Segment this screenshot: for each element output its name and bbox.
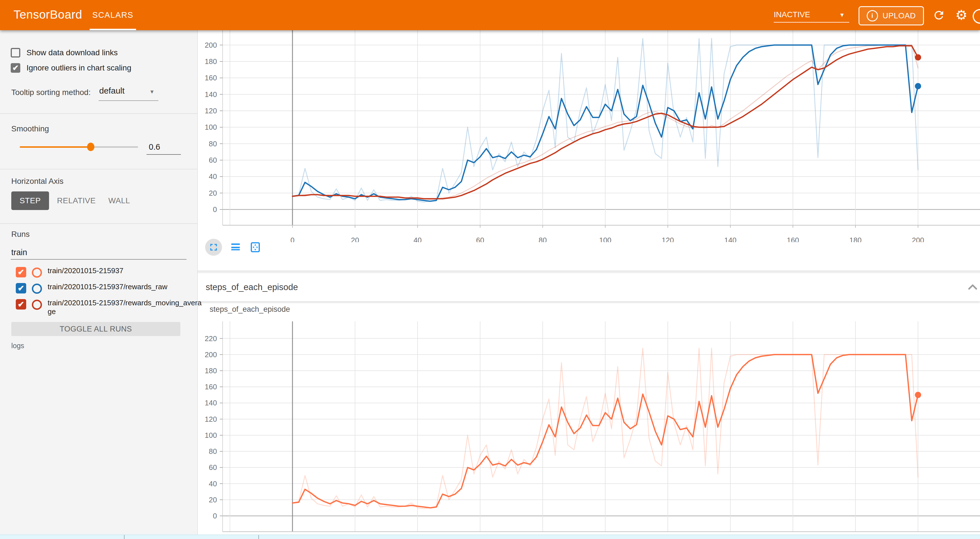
svg-text:160: 160 xyxy=(205,383,217,391)
upload-label: UPLOAD xyxy=(883,11,916,20)
svg-text:0: 0 xyxy=(213,205,217,214)
chevron-up-icon xyxy=(966,281,979,293)
svg-text:220: 220 xyxy=(205,334,217,343)
fit-domain-button[interactable] xyxy=(249,241,261,254)
fullscreen-icon xyxy=(208,242,219,253)
app-title: TensorBoard xyxy=(14,8,82,21)
app-header: TensorBoard SCALARS INACTIVE ▼ i UPLOAD … xyxy=(0,0,980,30)
svg-text:80: 80 xyxy=(209,140,217,148)
tooltip-sort-row: Tooltip sorting method: xyxy=(11,88,91,97)
svg-text:140: 140 xyxy=(205,399,217,407)
tooltip-sort-label: Tooltip sorting method: xyxy=(11,88,91,97)
smoothing-value-input[interactable]: 0.6 xyxy=(149,142,160,151)
run-row[interactable]: ✔ train/20201015-215937/rewards_moving_a… xyxy=(16,298,204,316)
run-checkbox[interactable]: ✔ xyxy=(16,283,26,293)
show-download-links-checkbox[interactable]: Show data download links xyxy=(11,48,118,57)
svg-text:60: 60 xyxy=(209,463,217,472)
svg-text:120: 120 xyxy=(205,415,217,423)
run-label: train/20201015-215937/rewards_raw xyxy=(48,282,204,291)
svg-text:120: 120 xyxy=(205,107,217,115)
show-download-links-label: Show data download links xyxy=(27,48,118,57)
runs-filter-underline xyxy=(11,259,186,260)
run-checkbox[interactable]: ✔ xyxy=(16,299,26,309)
tooltip-sort-dropdown[interactable]: default ▼ xyxy=(99,86,124,96)
svg-text:80: 80 xyxy=(539,236,547,242)
svg-text:40: 40 xyxy=(209,172,217,181)
svg-text:40: 40 xyxy=(209,480,217,488)
svg-text:200: 200 xyxy=(205,41,217,49)
haxis-step-button[interactable]: STEP xyxy=(11,191,49,210)
svg-text:0: 0 xyxy=(213,512,217,520)
divider xyxy=(0,169,197,169)
svg-text:140: 140 xyxy=(724,236,736,242)
help-icon[interactable] xyxy=(973,9,980,24)
divider xyxy=(0,223,197,224)
tooltip-sort-value: default xyxy=(99,86,124,95)
svg-text:60: 60 xyxy=(209,156,217,164)
run-row[interactable]: ✔ train/20201015-215937 xyxy=(16,266,204,277)
svg-text:160: 160 xyxy=(787,236,799,242)
svg-text:100: 100 xyxy=(205,123,217,131)
refresh-icon-glyph xyxy=(932,9,945,22)
info-icon: i xyxy=(867,10,878,21)
svg-text:180: 180 xyxy=(849,236,861,242)
smoothing-slider-filled[interactable] xyxy=(20,146,91,148)
svg-text:20: 20 xyxy=(209,189,217,197)
ignore-outliers-label: Ignore outliers in chart scaling xyxy=(27,64,131,72)
section-title: steps_of_each_episode xyxy=(206,282,298,292)
log-scale-icon xyxy=(230,242,241,253)
strip-tick xyxy=(258,535,259,539)
settings-sidebar: Show data download links ✔ Ignore outlie… xyxy=(0,30,198,539)
svg-text:40: 40 xyxy=(414,236,422,242)
chevron-down-icon: ▼ xyxy=(839,12,845,18)
svg-text:140: 140 xyxy=(205,90,217,99)
svg-text:100: 100 xyxy=(599,236,611,242)
svg-text:0: 0 xyxy=(291,236,294,242)
tooltip-strip xyxy=(0,534,980,539)
log-scale-button[interactable] xyxy=(229,241,242,254)
toggle-all-runs-button[interactable]: TOGGLE ALL RUNS xyxy=(11,322,180,336)
checkbox-unchecked-icon xyxy=(11,48,20,57)
svg-text:20: 20 xyxy=(351,236,359,242)
smoothing-label: Smoothing xyxy=(11,124,49,133)
expand-chart-button[interactable] xyxy=(205,239,222,256)
runs-filter-input[interactable]: train xyxy=(11,248,27,257)
run-label: train/20201015-215937/rewards_moving_ave… xyxy=(48,298,204,316)
svg-text:160: 160 xyxy=(205,73,217,82)
haxis-wall-button[interactable]: WALL xyxy=(104,191,135,210)
svg-text:200: 200 xyxy=(205,351,217,359)
run-checkbox[interactable]: ✔ xyxy=(16,267,26,277)
tab-scalars[interactable]: SCALARS xyxy=(90,0,136,30)
scalar-chart-bottom[interactable]: 020406080100120140160180200220 xyxy=(197,321,980,539)
smoothing-slider-thumb[interactable] xyxy=(87,143,94,151)
smoothing-value-underline xyxy=(146,154,181,155)
svg-text:100: 100 xyxy=(205,431,217,440)
run-label: train/20201015-215937 xyxy=(48,266,204,275)
smoothing-slider-track[interactable] xyxy=(91,146,138,148)
svg-text:80: 80 xyxy=(209,447,217,456)
svg-text:60: 60 xyxy=(476,236,484,242)
status-dropdown[interactable]: INACTIVE ▼ xyxy=(774,7,849,22)
refresh-icon[interactable] xyxy=(932,8,946,22)
run-radio[interactable] xyxy=(32,300,42,310)
run-radio[interactable] xyxy=(32,284,42,294)
chevron-down-icon: ▼ xyxy=(150,89,155,95)
status-underline xyxy=(774,22,849,22)
run-row[interactable]: ✔ train/20201015-215937/rewards_raw xyxy=(16,282,204,294)
chart-card-title: steps_of_each_episode xyxy=(210,305,290,314)
logs-label: logs xyxy=(11,342,24,350)
collapse-section-button[interactable] xyxy=(966,281,979,295)
status-value: INACTIVE xyxy=(774,10,810,19)
svg-text:120: 120 xyxy=(662,236,674,242)
upload-button[interactable]: i UPLOAD xyxy=(859,6,924,26)
run-radio[interactable] xyxy=(32,268,42,277)
svg-text:20: 20 xyxy=(209,496,217,504)
ignore-outliers-checkbox[interactable]: ✔ Ignore outliers in chart scaling xyxy=(11,63,131,73)
settings-gear-icon[interactable]: ⚙ xyxy=(955,8,968,22)
tab-scalars-label: SCALARS xyxy=(92,10,134,20)
section-header[interactable]: steps_of_each_episode xyxy=(197,273,980,301)
svg-text:200: 200 xyxy=(912,236,924,242)
haxis-relative-button[interactable]: RELATIVE xyxy=(55,191,97,210)
scalar-chart-top[interactable]: 0204060801001201401601802000204060801001… xyxy=(197,30,980,242)
checkbox-checked-icon: ✔ xyxy=(11,63,20,73)
